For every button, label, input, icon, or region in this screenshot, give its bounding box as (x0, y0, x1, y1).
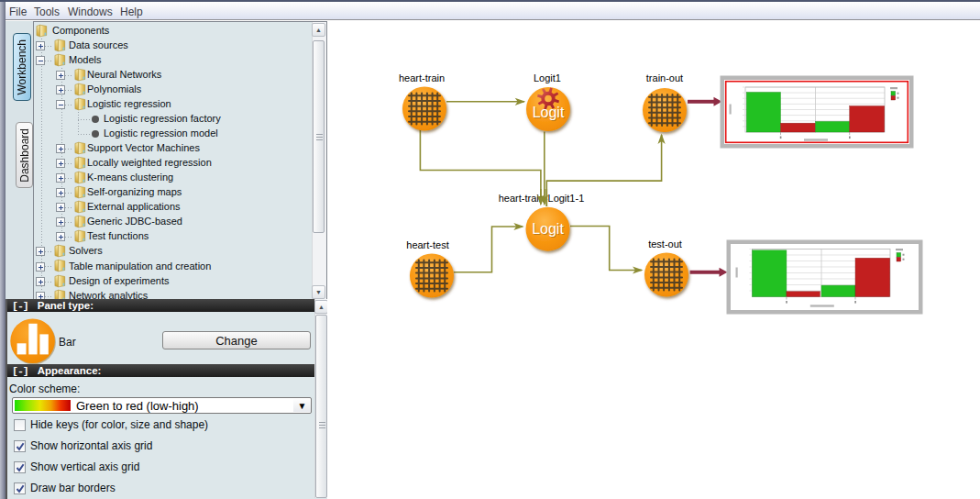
svg-text:Logit: Logit (533, 105, 565, 120)
svg-text:Logit1: Logit1 (534, 72, 561, 83)
svg-text:test-out: test-out (648, 238, 682, 250)
svg-text:train-out: train-out (646, 72, 683, 83)
svg-text:heart-train: heart-train (399, 72, 445, 83)
svg-text:heart-test: heart-test (406, 239, 448, 250)
svg-text:Logit: Logit (532, 221, 564, 237)
